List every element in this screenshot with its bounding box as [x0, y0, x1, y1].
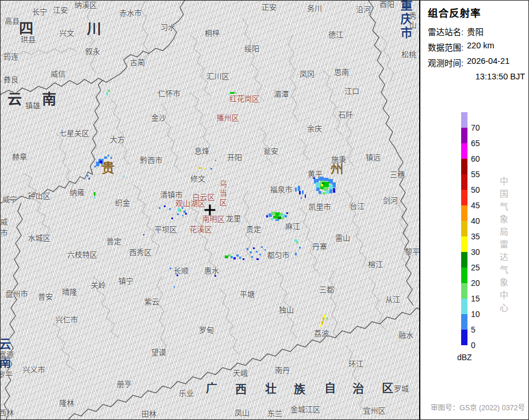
radar-echo-cell — [298, 186, 300, 191]
radar-echo-cell — [159, 207, 160, 209]
map-label: 紫云 — [144, 298, 159, 306]
range-label: 数据范围: — [428, 41, 463, 53]
radar-echo-cell — [256, 251, 258, 253]
map-label: 湄潭 — [274, 90, 289, 98]
radar-echo-cell — [198, 167, 202, 169]
radar-echo-cell — [320, 324, 321, 327]
map-label: 云 — [7, 91, 22, 106]
map-label: 七星关区 — [59, 129, 89, 138]
map-label: 钟山区 — [28, 192, 50, 200]
map-label: 关岭 — [91, 281, 106, 289]
legend-tick-label: 15 — [471, 294, 480, 303]
map-label: 兴仁市 — [55, 316, 78, 324]
radar-echo-cell — [214, 275, 216, 277]
map-label: 务川 — [307, 5, 322, 13]
map-label: 从江 — [385, 296, 400, 304]
map-label: 镇宁 — [118, 277, 133, 285]
map-label: 罗平 — [1, 371, 13, 379]
obs-time-date: 2026-04-21 — [467, 56, 509, 68]
map-label: 修文 — [190, 175, 205, 183]
map-label: 凤冈 — [300, 70, 315, 78]
radar-echo-cell — [171, 217, 173, 219]
radar-station-marker — [205, 205, 216, 216]
legend-tick-label: 55 — [471, 170, 480, 179]
legend-color-block — [461, 330, 467, 345]
radar-echo-cell — [329, 189, 332, 193]
map-label: 融水 — [398, 331, 413, 339]
legend-tick-label: 60 — [471, 154, 480, 163]
map-label: 瓮安 — [263, 147, 278, 155]
map-label: 德江 — [328, 31, 343, 39]
radar-echo-cell — [177, 213, 179, 215]
radar-echo-cell — [143, 234, 144, 235]
radar-echo-cell — [266, 215, 268, 217]
map-label: 仁怀市 — [158, 90, 180, 98]
legend-color-block — [461, 252, 467, 268]
map-label: 东兰 — [267, 410, 282, 418]
radar-echo-cell — [108, 155, 109, 156]
radar-echo-cell — [264, 249, 266, 251]
legend-color-block — [461, 174, 467, 190]
radar-echo-cell — [333, 188, 335, 193]
map-label: 田林 — [141, 410, 156, 418]
map-label: 独山 — [279, 306, 294, 314]
info-panel: 组合反射率 雷达站名: 贵阳 数据范围: 220 km 观测时间: 2026-0… — [419, 1, 529, 419]
map-label: 乌当区 — [218, 180, 227, 208]
legend-color-block — [461, 190, 467, 205]
map-label: 施秉 — [331, 156, 346, 164]
radar-echo-cell — [203, 168, 205, 169]
radar-echo-cell — [273, 216, 278, 219]
radar-echo-cell — [108, 90, 110, 92]
map-label: 正安 — [262, 3, 277, 12]
radar-echo-cell — [251, 256, 253, 258]
map-label: 平塘 — [240, 291, 255, 299]
legend-unit-label: dBZ — [457, 353, 472, 362]
map-label: 织金 — [115, 199, 130, 207]
legend-color-block — [461, 236, 467, 252]
radar-echo-cell — [169, 208, 171, 210]
legend-tick-label: 5 — [471, 325, 476, 334]
map-label: 沿河 — [356, 6, 371, 14]
radar-echo-cell — [319, 191, 321, 194]
radar-product-window: 高县长宁江安纳溪区赤水市习水桐梓正安务川沿河酉阳兴文珙县筠连叙永古蔺威信彝良镇雄… — [0, 0, 529, 420]
map-label: 族 — [294, 384, 305, 396]
map-label: 兴文 — [59, 29, 74, 37]
radar-echo-cell — [259, 254, 261, 255]
map-label: 黔西市 — [140, 156, 162, 165]
radar-echo-cell — [174, 286, 175, 288]
map-label: 纳雍 — [70, 189, 85, 197]
radar-echo-cell — [247, 248, 248, 250]
legend-tick-label: 25 — [471, 263, 480, 272]
radar-echo-cell — [324, 315, 325, 318]
map-label: 江口 — [344, 87, 359, 96]
legend-tick-label: 65 — [471, 139, 480, 148]
radar-echo-cell — [271, 218, 274, 220]
map-label: 雷山 — [335, 234, 350, 242]
legend-tick-label: 10 — [471, 310, 480, 319]
map-label: 松桃 — [401, 51, 416, 59]
map-label: 黎平 — [405, 248, 420, 256]
radar-echo-cell — [326, 318, 328, 319]
legend-color-block — [461, 159, 467, 174]
radar-echo-cell — [233, 257, 236, 259]
map-label: 惠水 — [204, 267, 219, 275]
map-label: 高县 — [5, 17, 20, 25]
legend-color-block — [461, 128, 467, 143]
map-label: 清镇市 — [160, 191, 182, 199]
obs-time-row: 观测时间: 2026-04-21 — [428, 56, 529, 68]
radar-echo-cell — [281, 217, 284, 219]
radar-map: 高县长宁江安纳溪区赤水市习水桐梓正安务川沿河酉阳兴文珙县筠连叙永古蔺威信彝良镇雄… — [1, 1, 420, 419]
radar-echo-cell — [179, 209, 181, 212]
radar-echo-cell — [321, 184, 323, 186]
map-label: 罗甸 — [199, 326, 214, 334]
legend-tick-label: 70 — [471, 123, 480, 132]
map-label: 普安 — [38, 293, 53, 301]
map-label: 息烽 — [194, 147, 209, 155]
map-label: 大方 — [110, 136, 125, 144]
radar-echo-cell — [323, 192, 325, 194]
legend-color-block — [461, 299, 467, 314]
legend-tick-label: 20 — [471, 278, 480, 288]
radar-echo-cell — [182, 215, 183, 216]
map-label: 川 — [87, 21, 102, 36]
station-row: 雷达站名: 贵阳 — [428, 25, 529, 37]
